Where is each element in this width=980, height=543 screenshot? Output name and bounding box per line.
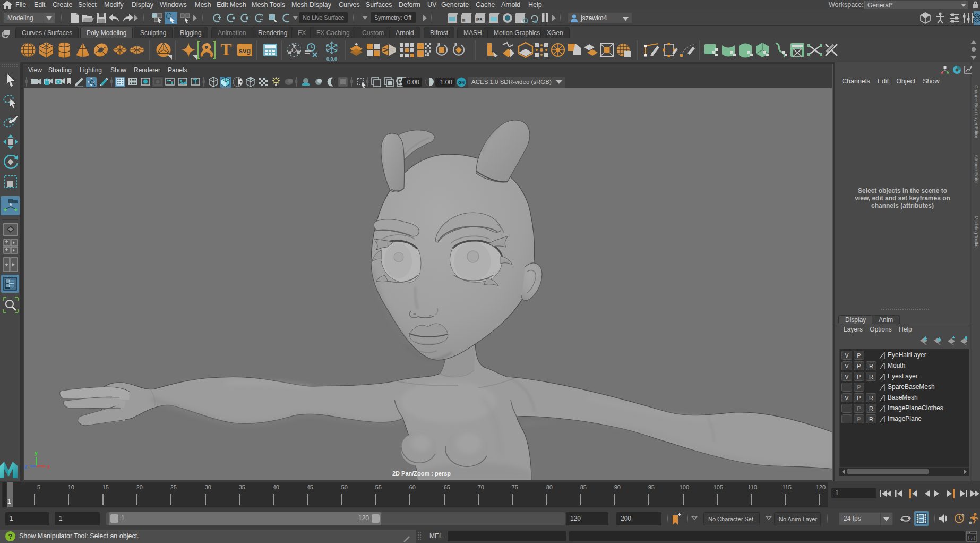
svg-text:GN: GN (458, 80, 465, 85)
svg-text:svg: svg (239, 47, 251, 55)
svg-text:x: x (47, 463, 50, 470)
svg-text:▦: ▦ (462, 18, 466, 22)
svg-text:0,0,0: 0,0,0 (326, 56, 337, 62)
svg-text:1.00: 1.00 (440, 79, 453, 86)
svg-text:y: y (35, 449, 38, 456)
svg-text:{;}: {;} (967, 536, 976, 541)
svg-text:ACES 1.0 SDR-video (sRGB): ACES 1.0 SDR-video (sRGB) (471, 79, 552, 85)
svg-text:?: ? (8, 532, 13, 540)
svg-text:2D Pan/Zoom : persp: 2D Pan/Zoom : persp (392, 470, 451, 477)
svg-text:0.00: 0.00 (407, 79, 420, 86)
svg-text:z: z (24, 463, 28, 470)
svg-text:IPR: IPR (476, 18, 483, 21)
svg-text:T: T (220, 40, 231, 59)
